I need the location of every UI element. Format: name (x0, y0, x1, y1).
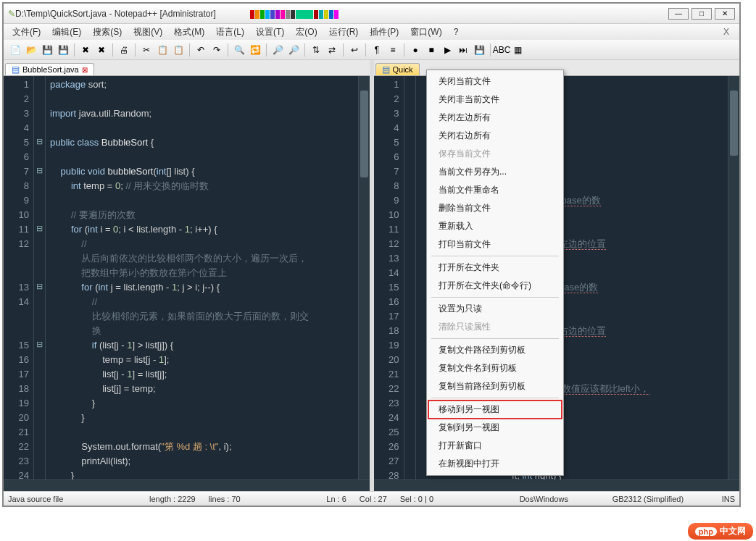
ctx-关闭左边所有[interactable]: 关闭左边所有 (428, 109, 562, 127)
tab-context-menu[interactable]: 关闭当前文件关闭非当前文件关闭左边所有关闭右边所有保存当前文件当前文件另存为..… (426, 70, 564, 476)
wrap-button[interactable]: ↩ (347, 43, 362, 57)
paste-icon: 📋 (173, 46, 184, 54)
doc-map-icon: ▦ (514, 46, 522, 54)
menu-p[interactable]: 插件(P) (364, 25, 404, 40)
ctx-当前文件重命名[interactable]: 当前文件重命名 (428, 181, 562, 199)
menu-v[interactable]: 视图(V) (128, 25, 168, 40)
close-icon[interactable]: ⊠ (82, 66, 88, 74)
macro-play-button[interactable]: ▶ (440, 43, 454, 57)
cut-button[interactable]: ✂ (139, 43, 154, 57)
maximize-button[interactable]: □ (691, 8, 712, 20)
ctx-关闭右边所有[interactable]: 关闭右边所有 (428, 127, 562, 145)
app-icon: ✎ (8, 9, 15, 18)
copy-icon: 📋 (157, 46, 168, 54)
left-editor[interactable]: 1234567891011121314151617181920212223242… (4, 76, 370, 479)
sync-h-button[interactable]: ⇄ (325, 43, 339, 57)
toolbar-separator (304, 43, 305, 56)
watermark: 中文网 (688, 523, 753, 540)
statusbar: Java source file length : 2229 lines : 7… (4, 491, 739, 506)
ctx-复制当前路径到剪切板[interactable]: 复制当前路径到剪切板 (428, 377, 562, 395)
find-button[interactable]: 🔍 (232, 43, 246, 57)
indent-guide-button[interactable]: ≡ (386, 43, 400, 57)
ctx-复制文件名到剪切板[interactable]: 复制文件名到剪切板 (428, 359, 562, 377)
macro-stop-button[interactable]: ■ (424, 43, 439, 57)
open-file-button[interactable]: 📂 (24, 43, 38, 57)
sb-encoding: GB2312 (Simplified) (612, 495, 684, 503)
left-h-scrollbar[interactable] (4, 479, 370, 491)
copy-button[interactable]: 📋 (155, 43, 170, 57)
macro-rec-button[interactable]: ● (408, 43, 423, 57)
scrollbar-thumb[interactable] (730, 91, 738, 156)
menu-s[interactable]: 搜索(S) (87, 25, 128, 40)
ctx-打开新窗口[interactable]: 打开新窗口 (428, 437, 562, 455)
macro-save-button[interactable]: 💾 (472, 43, 486, 57)
toolbar: 📄📂💾💾✖✖🖨✂📋📋↶↷🔍🔁🔎🔎⇅⇄↩¶≡●■▶⏭💾ABC▦ (4, 40, 739, 60)
zoom-in-button[interactable]: 🔎 (270, 43, 285, 57)
close-button[interactable]: ✕ (715, 8, 735, 20)
menu-m[interactable]: 格式(M) (168, 25, 210, 40)
ctx-打印当前文件[interactable]: 打印当前文件 (428, 235, 562, 253)
spellcheck-button[interactable]: ABC (494, 43, 509, 57)
macro-play-multi-button[interactable]: ⏭ (456, 43, 470, 57)
minimize-button[interactable]: — (668, 8, 689, 20)
ctx-删除当前文件[interactable]: 删除当前文件 (428, 199, 562, 217)
menu-f[interactable]: 文件(F) (7, 25, 46, 40)
menu-t[interactable]: 设置(T) (250, 25, 290, 40)
left-v-scrollbar[interactable] (358, 76, 370, 479)
sb-sel: Sel : 0 | 0 (400, 495, 433, 503)
menu-w[interactable]: 窗口(W) (404, 25, 447, 40)
right-v-scrollbar[interactable] (728, 76, 739, 479)
ctx-关闭非当前文件[interactable]: 关闭非当前文件 (428, 91, 562, 109)
show-all-icon: ¶ (375, 46, 379, 54)
ctx-复制到另一视图[interactable]: 复制到另一视图 (428, 419, 562, 437)
zoom-in-icon: 🔎 (273, 46, 283, 54)
paste-button[interactable]: 📋 (171, 43, 186, 57)
ctx-移动到另一视图[interactable]: 移动到另一视图 (428, 400, 562, 419)
right-fold-column[interactable] (404, 76, 416, 479)
close-icon: ✖ (82, 46, 89, 54)
scrollbar-thumb[interactable] (360, 91, 368, 177)
file-icon: ▤ (382, 65, 390, 74)
ctx-关闭当前文件[interactable]: 关闭当前文件 (428, 72, 562, 91)
sb-lines: lines : 70 (209, 495, 241, 503)
ctx-打开所在文件夹(命令行)[interactable]: 打开所在文件夹(命令行) (428, 277, 562, 295)
menu-o[interactable]: 宏(O) (290, 25, 323, 40)
close-button[interactable]: ✖ (78, 43, 93, 57)
ctx-当前文件另存为...[interactable]: 当前文件另存为... (428, 163, 562, 181)
ctx-在新视图中打开[interactable]: 在新视图中打开 (428, 455, 562, 473)
show-all-button[interactable]: ¶ (370, 43, 384, 57)
ctx-设置为只读[interactable]: 设置为只读 (428, 300, 562, 318)
sb-col: Col : 27 (360, 495, 387, 503)
menu-close-x[interactable]: X (716, 27, 736, 37)
replace-button[interactable]: 🔁 (248, 43, 262, 57)
zoom-out-button[interactable]: 🔎 (286, 43, 301, 57)
ctx-复制文件路径到剪切板[interactable]: 复制文件路径到剪切板 (428, 341, 562, 359)
close-all-button[interactable]: ✖ (94, 43, 109, 57)
right-h-scrollbar[interactable] (374, 479, 740, 491)
save-button[interactable]: 💾 (40, 43, 54, 57)
palette-decoration (250, 10, 338, 19)
redo-button[interactable]: ↷ (209, 43, 224, 57)
tab-bubblesort[interactable]: ▤ BubbleSort.java ⊠ (5, 63, 94, 75)
undo-button[interactable]: ↶ (194, 43, 208, 57)
save-all-button[interactable]: 💾 (56, 43, 70, 57)
ctx-打开所在文件夹[interactable]: 打开所在文件夹 (428, 259, 562, 277)
doc-map-button[interactable]: ▦ (510, 43, 525, 57)
close-all-icon: ✖ (98, 46, 105, 54)
macro-rec-icon: ● (412, 46, 418, 54)
left-fold-column[interactable]: ⊟ ⊟ ⊟ ⊟ ⊟ (34, 76, 46, 479)
toolbar-separator (490, 43, 491, 56)
new-file-button[interactable]: 📄 (8, 43, 22, 57)
print-button[interactable]: 🖨 (117, 43, 131, 57)
titlebar: ✎ D:\Temp\QuickSort.java - Notepad++ [Ad… (4, 4, 739, 24)
menu-e[interactable]: 编辑(E) (46, 25, 87, 40)
tab-quicksort[interactable]: ▤ Quick (375, 63, 420, 75)
left-tabbar: ▤ BubbleSort.java ⊠ (4, 60, 370, 76)
context-separator (431, 256, 559, 256)
left-code[interactable]: package sort; import java.util.Random; p… (46, 76, 358, 479)
menu-r[interactable]: 运行(R) (323, 25, 365, 40)
ctx-重新载入[interactable]: 重新载入 (428, 217, 562, 235)
menu-[interactable]: ? (448, 25, 465, 38)
menu-l[interactable]: 语言(L) (210, 25, 250, 40)
sync-v-button[interactable]: ⇅ (309, 43, 323, 57)
